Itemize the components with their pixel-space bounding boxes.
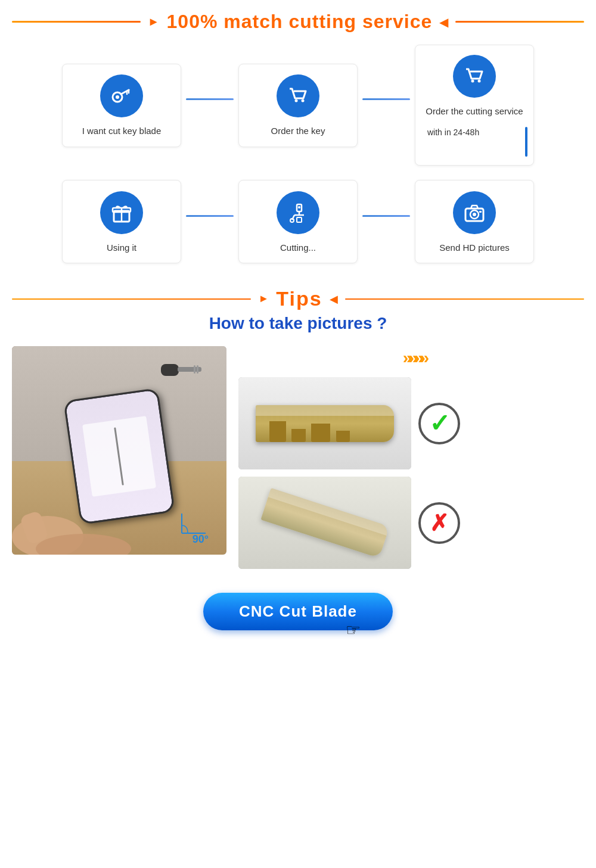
- svg-point-1: [116, 95, 119, 99]
- connector-r2-2-3: [358, 215, 415, 217]
- cart-icon-circle-1: [277, 74, 319, 117]
- card-label-send-hd: Send HD pictures: [439, 241, 510, 254]
- connector-1-2: [181, 98, 238, 100]
- blade-highlight-wrong: [268, 488, 389, 535]
- svg-rect-17: [297, 217, 302, 222]
- tips-title: Tips: [276, 287, 322, 310]
- wrong-key-image: [238, 477, 411, 569]
- angle-lines: [179, 511, 209, 537]
- how-to-title: How to take pictures ?: [12, 314, 584, 333]
- car-key-shape: [161, 358, 203, 382]
- flow-card-using-it: Using it: [62, 180, 181, 263]
- camera-icon-circle: [453, 191, 496, 234]
- svg-point-6: [302, 99, 305, 102]
- within-time-row: with in 24-48h: [421, 123, 527, 165]
- connector-line-r2-2: [362, 215, 410, 217]
- flow-card-order-key: Order the key: [238, 64, 358, 147]
- connector-2-3: [358, 98, 415, 100]
- camera-icon: [462, 201, 486, 225]
- key-blade-wrong-shape: [260, 488, 389, 558]
- photo-section: 90° »»»»: [0, 346, 596, 581]
- phone-photo-image: 90°: [12, 346, 226, 555]
- gift-icon: [110, 201, 134, 225]
- checkmark-icon: ✓: [429, 411, 450, 436]
- x-circle: ✗: [418, 502, 460, 544]
- header-line-right: [455, 21, 584, 23]
- wrong-photo-row: ✗: [238, 477, 584, 569]
- header-arrow-left: ►: [148, 15, 160, 29]
- photo-left: 90°: [12, 346, 226, 555]
- cart-icon-circle-2: [453, 55, 496, 98]
- chevron-arrows-icon: »»»»: [403, 349, 426, 368]
- correct-photo-row: ✓: [238, 377, 584, 469]
- svg-point-7: [471, 80, 474, 83]
- card-label-cutting: Cutting...: [280, 241, 316, 254]
- svg-rect-26: [197, 365, 198, 374]
- header-section: ► 100% match cutting service ◀: [0, 0, 596, 39]
- notch-3: [311, 424, 330, 442]
- connector-line-2: [362, 98, 410, 100]
- cart-icon-2: [462, 64, 486, 88]
- notch-4: [336, 431, 350, 442]
- flow-card-cutting: Cutting...: [238, 180, 358, 263]
- flow-card-cutting-service: Order the cutting service with in 24-48h: [415, 45, 534, 166]
- svg-point-16: [290, 219, 294, 222]
- cursor-hand-icon: ☞: [346, 620, 361, 640]
- keys-icon-circle: [100, 74, 143, 117]
- check-circle: ✓: [418, 403, 460, 444]
- svg-rect-23: [161, 364, 179, 376]
- flow-container: I want cut key blade Order the key: [0, 39, 596, 281]
- gift-icon-circle: [100, 191, 143, 234]
- card-label-cutting-service: Order the cutting service: [426, 105, 523, 117]
- svg-point-5: [295, 99, 298, 102]
- correct-key-photo: [238, 377, 411, 469]
- header-title: 100% match cutting service: [167, 11, 433, 33]
- robot-icon: [286, 201, 310, 225]
- photo-background: 90°: [12, 346, 226, 555]
- flow-card-send-hd: Send HD pictures: [415, 180, 534, 263]
- tips-section: ► Tips ◀ How to take pictures ?: [0, 281, 596, 346]
- card-label-want-cut: I want cut key blade: [82, 125, 162, 137]
- photo-right: »»»» ✓: [238, 346, 584, 569]
- svg-rect-25: [194, 365, 195, 374]
- svg-rect-22: [479, 211, 482, 213]
- svg-point-18: [298, 206, 300, 209]
- wrong-key-photo: [238, 477, 411, 569]
- cart-icon-1: [286, 84, 310, 108]
- flow-card-want-cut: I want cut key blade: [62, 64, 181, 147]
- tips-header: ► Tips ◀: [12, 287, 584, 310]
- cnc-cut-blade-button[interactable]: CNC Cut Blade: [203, 593, 393, 630]
- header-line-left: [12, 21, 141, 23]
- tips-arrow-left: ►: [258, 293, 269, 305]
- tips-arrow-right: ◀: [330, 293, 338, 306]
- svg-point-21: [473, 213, 476, 216]
- header-arrow-right: ◀: [439, 15, 448, 29]
- cnc-button-section: CNC Cut Blade ☞: [0, 581, 596, 648]
- notch-1: [269, 421, 286, 441]
- row-spacer: [18, 172, 578, 180]
- within-time-bar: [525, 127, 527, 157]
- correct-key-image: [238, 377, 411, 469]
- flow-row-2: Using it Cutting...: [18, 180, 578, 263]
- tips-line-left: [12, 298, 251, 300]
- tips-line-right: [345, 298, 584, 300]
- chevron-arrows-section: »»»»: [244, 346, 584, 370]
- keys-icon: [110, 84, 134, 108]
- connector-line-1: [186, 98, 234, 100]
- card-label-order-key: Order the key: [271, 125, 325, 137]
- card-label-using-it: Using it: [107, 241, 136, 254]
- notch-2: [291, 429, 305, 442]
- svg-point-8: [478, 80, 481, 83]
- blade-highlight: [256, 405, 394, 416]
- connector-r2-1-2: [181, 215, 238, 217]
- within-time-text: with in 24-48h: [427, 127, 522, 139]
- robot-icon-circle: [277, 191, 319, 234]
- key-blade-correct-shape: [256, 405, 394, 442]
- hands-holding-phone: [12, 471, 143, 555]
- flow-row-1: I want cut key blade Order the key: [18, 45, 578, 166]
- connector-line-r2-1: [186, 215, 234, 217]
- x-icon: ✗: [430, 512, 449, 534]
